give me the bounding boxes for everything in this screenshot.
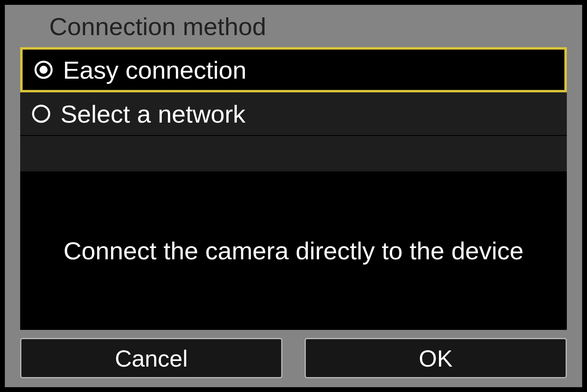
option-select-network[interactable]: Select a network	[20, 92, 567, 136]
option-list: Easy connection Select a network	[20, 47, 567, 172]
svg-point-1	[40, 66, 48, 74]
option-easy-connection[interactable]: Easy connection	[20, 47, 567, 92]
outer-frame: Connection method Easy connection	[0, 0, 587, 392]
description-text: Connect the camera directly to the devic…	[63, 231, 524, 270]
option-label: Select a network	[61, 100, 245, 128]
radio-unselected-icon	[31, 104, 51, 123]
cancel-button[interactable]: Cancel	[20, 338, 282, 378]
option-empty-slot	[20, 136, 567, 172]
button-bar: Cancel OK	[5, 330, 582, 387]
screen: Connection method Easy connection	[5, 5, 582, 387]
svg-point-2	[33, 106, 49, 122]
page-title: Connection method	[5, 5, 582, 47]
description-area: Connect the camera directly to the devic…	[20, 172, 567, 330]
ok-button[interactable]: OK	[305, 338, 567, 378]
option-label: Easy connection	[63, 56, 246, 84]
radio-selected-icon	[34, 60, 53, 79]
content-panel: Easy connection Select a network Co	[20, 47, 567, 330]
